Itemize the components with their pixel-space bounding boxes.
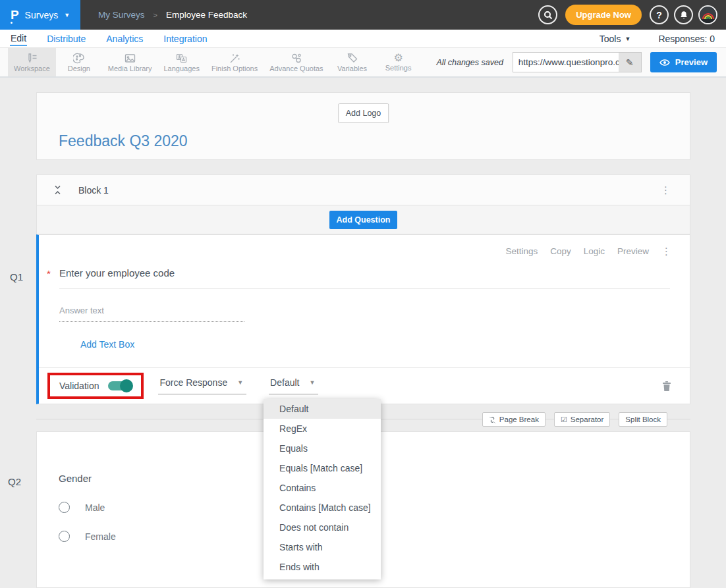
breadcrumb-current: Employee Feedback <box>166 10 247 20</box>
edit-url-button[interactable]: ✎ <box>619 53 641 72</box>
validation-type-wrap: Default ▼ Default RegEx Equals Equals [M… <box>269 377 318 394</box>
responses-count[interactable]: Responses: 0 <box>658 34 715 44</box>
validation-type-dropdown[interactable]: Default ▼ <box>269 377 318 394</box>
required-asterisk: * <box>47 268 51 279</box>
survey-header-card: Add Logo Feedback Q3 2020 <box>36 92 690 160</box>
tag-icon <box>347 53 358 64</box>
question-copy-link[interactable]: Copy <box>550 246 571 256</box>
checked-checkbox-icon: ☑ <box>561 416 567 423</box>
validation-toggle[interactable] <box>108 381 131 390</box>
question-preview-link[interactable]: Preview <box>617 246 649 256</box>
toolbar-item-variables[interactable]: Variables <box>329 48 376 76</box>
toolbar-item-finish-options[interactable]: Finish Options <box>206 48 264 76</box>
chevron-down-icon: ▼ <box>309 379 315 386</box>
chevron-down-icon: ▼ <box>237 379 243 386</box>
question-settings-link[interactable]: Settings <box>505 246 538 256</box>
validation-option-equals-match-case[interactable]: Equals [Match case] <box>264 458 381 478</box>
validation-option-contains[interactable]: Contains <box>264 478 381 498</box>
header-actions: Upgrade Now ? <box>538 5 717 25</box>
separator-buttons: Page Break ☑ Separator Split Block <box>482 412 667 427</box>
search-button[interactable] <box>538 5 557 24</box>
question-1-number: Q1 <box>10 271 23 282</box>
survey-url-field: https://www.questionpro.com/t/A ✎ <box>513 52 642 72</box>
editor-toolbar: Workspace Design Media Library Languages… <box>0 48 726 78</box>
validation-option-ends-with[interactable]: Ends with <box>264 557 381 577</box>
breadcrumb-my-surveys[interactable]: My Surveys <box>98 10 145 20</box>
collapse-block-icon[interactable] <box>53 185 62 195</box>
survey-nav-tabs: Edit Distribute Analytics Integration To… <box>0 30 726 48</box>
block-menu-icon[interactable]: ⋮ <box>661 185 671 195</box>
force-response-dropdown[interactable]: Force Response ▼ <box>158 377 246 394</box>
workspace-icon <box>26 53 38 64</box>
toolbar-item-media-library[interactable]: Media Library <box>102 48 158 76</box>
radio-button[interactable] <box>59 502 70 513</box>
add-question-strip: Add Question <box>36 205 690 234</box>
user-avatar[interactable] <box>698 5 717 24</box>
validation-type-menu: Default RegEx Equals Equals [Match case]… <box>264 399 381 579</box>
app-header: P Surveys ▼ My Surveys > Employee Feedba… <box>0 0 726 30</box>
question-mark-icon: ? <box>656 10 662 20</box>
separator-button[interactable]: ☑ Separator <box>554 412 610 427</box>
delete-question-button[interactable] <box>662 381 671 392</box>
chain-links-icon <box>291 53 302 64</box>
survey-url-input[interactable]: https://www.questionpro.com/t/A <box>513 53 619 72</box>
search-icon <box>544 11 553 20</box>
breadcrumb: My Surveys > Employee Feedback <box>98 10 247 20</box>
validation-option-default[interactable]: Default <box>264 399 381 419</box>
broken-link-icon <box>489 416 496 423</box>
split-block-button[interactable]: Split Block <box>619 412 667 427</box>
page-break-button[interactable]: Page Break <box>482 412 545 427</box>
add-question-button[interactable]: Add Question <box>329 211 398 229</box>
question-1-text[interactable]: Enter your employee code <box>59 267 175 279</box>
tab-integration[interactable]: Integration <box>163 32 208 45</box>
tab-distribute[interactable]: Distribute <box>46 32 86 45</box>
toolbar-item-advance-quotas[interactable]: Advance Quotas <box>264 48 329 76</box>
gear-icon: ⚙ <box>393 53 403 63</box>
bell-icon <box>679 11 688 20</box>
question-menu-icon[interactable]: ⋮ <box>661 246 671 256</box>
avatar-rainbow-image <box>700 7 716 23</box>
validation-option-regex[interactable]: RegEx <box>264 419 381 439</box>
validation-annotation-box: Validation <box>47 373 144 399</box>
palette-icon <box>73 53 85 64</box>
chevron-down-icon: ▼ <box>64 12 70 18</box>
image-icon <box>124 53 136 64</box>
add-logo-button[interactable]: Add Logo <box>338 103 389 123</box>
validation-option-equals[interactable]: Equals <box>264 439 381 458</box>
save-status: All changes saved <box>436 58 503 67</box>
question-logic-link[interactable]: Logic <box>584 246 605 256</box>
radio-label[interactable]: Female <box>85 531 116 542</box>
survey-title[interactable]: Feedback Q3 2020 <box>59 132 188 150</box>
radio-label[interactable]: Male <box>85 502 105 513</box>
translate-icon <box>175 53 188 64</box>
tab-edit[interactable]: Edit <box>10 32 27 46</box>
toolbar-item-design[interactable]: Design <box>56 48 102 76</box>
block-header: Block 1 ⋮ <box>36 174 690 205</box>
question-2-number: Q2 <box>8 476 21 487</box>
question-text-row: * Enter your employee code <box>59 267 670 279</box>
help-button[interactable]: ? <box>650 5 669 24</box>
questionpro-logo-icon: P <box>11 9 19 21</box>
radio-button[interactable] <box>59 531 70 542</box>
validation-label: Validation <box>59 381 99 391</box>
validation-option-starts-with[interactable]: Starts with <box>264 537 381 557</box>
toolbar-item-languages[interactable]: Languages <box>157 48 205 76</box>
pencil-icon: ✎ <box>626 57 634 68</box>
product-menu-label: Surveys <box>25 10 59 20</box>
surveys-product-menu[interactable]: P Surveys ▼ <box>0 0 80 30</box>
magic-wand-icon <box>229 53 240 64</box>
toggle-knob <box>120 379 133 392</box>
validation-option-contains-match-case[interactable]: Contains [Match case] <box>264 498 381 518</box>
validation-option-does-not-contain[interactable]: Does not contain <box>264 518 381 537</box>
preview-button[interactable]: Preview <box>650 52 717 72</box>
tab-analytics[interactable]: Analytics <box>105 32 144 45</box>
notifications-button[interactable] <box>674 5 693 24</box>
answer-text-input[interactable]: Answer text <box>59 306 244 322</box>
toolbar-item-workspace[interactable]: Workspace <box>8 48 56 76</box>
toolbar-item-settings[interactable]: ⚙ Settings <box>376 48 422 76</box>
tools-menu[interactable]: Tools▼ <box>600 34 631 44</box>
question-actions: Settings Copy Logic Preview ⋮ <box>39 246 671 256</box>
add-text-box-link[interactable]: Add Text Box <box>80 339 134 350</box>
upgrade-now-button[interactable]: Upgrade Now <box>565 5 642 25</box>
nav-right-group: Tools▼ Responses: 0 <box>600 34 716 44</box>
